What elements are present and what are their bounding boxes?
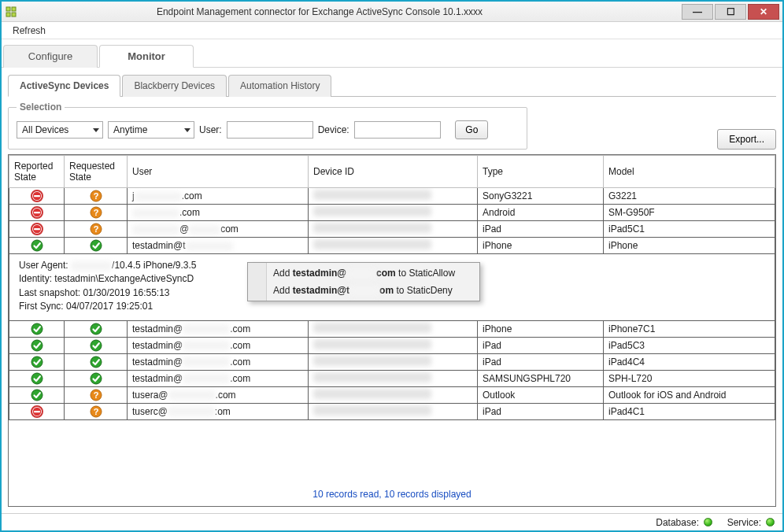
app-window: Endpoint Management connector for Exchan… (0, 0, 784, 532)
main-tabs: Configure Monitor (2, 39, 782, 68)
user-cell: testadmin@.com (128, 320, 309, 337)
requested-state-icon (65, 337, 128, 353)
device-id-cell (309, 188, 478, 205)
col-type[interactable]: Type (478, 156, 604, 188)
status-bar: Database: Service: (2, 513, 782, 530)
type-cell: Outlook (478, 386, 604, 403)
model-cell: SM-G950F (604, 205, 775, 221)
user-cell: testadmin@.com (128, 337, 309, 353)
reported-state-icon (9, 403, 65, 419)
table-row[interactable]: testadmin@.comiPhoneiPhone7C1 (9, 320, 775, 337)
user-input[interactable] (227, 121, 313, 139)
service-status-icon (766, 518, 775, 526)
reported-state-icon (9, 238, 65, 254)
close-button[interactable]: ✕ (748, 4, 779, 20)
table-row[interactable]: testadmin@.comiPadiPad5C3 (9, 337, 775, 353)
device-id-cell (309, 205, 478, 221)
svg-point-23 (31, 340, 43, 351)
type-cell: iPad (478, 337, 604, 353)
requested-state-icon: ? (65, 403, 128, 419)
model-cell: iPad4C4 (604, 353, 775, 370)
reported-state-icon (9, 205, 65, 221)
tab-blackberry-devices[interactable]: Blackberry Devices (122, 75, 227, 97)
requested-state-icon (65, 353, 128, 370)
col-reported-state[interactable]: Reported State (9, 156, 65, 188)
col-device-id[interactable]: Device ID (309, 156, 478, 188)
device-filter-combo[interactable]: All Devices (17, 121, 103, 139)
type-cell: iPhone (478, 320, 604, 337)
selection-group: Selection All Devices Anytime User: Devi… (8, 102, 527, 150)
device-id-cell (309, 403, 478, 419)
reported-state-icon (9, 337, 65, 353)
table-header-row: Reported State Requested State User Devi… (9, 156, 775, 188)
sub-tabs: ActiveSync Devices Blackberry Devices Au… (8, 74, 776, 97)
svg-text:?: ? (93, 208, 98, 217)
detail-user-agent-label: User Agent: (19, 260, 71, 271)
requested-state-icon (65, 370, 128, 386)
user-label: User: (199, 124, 222, 135)
device-filter-value: All Devices (22, 124, 68, 135)
svg-rect-6 (34, 195, 40, 197)
maximize-button[interactable]: ☐ (715, 4, 746, 20)
table-row[interactable]: testadmin@.comSAMSUNGSPHL720SPH-L720 (9, 370, 775, 386)
tab-monitor[interactable]: Monitor (99, 45, 194, 68)
requested-state-icon (65, 238, 128, 254)
model-cell: SPH-L720 (604, 370, 775, 386)
svg-text:?: ? (93, 390, 98, 400)
table-row[interactable]: testadmin@.comiPadiPad4C4 (9, 353, 775, 370)
type-cell: iPad (478, 403, 604, 419)
table-row[interactable]: ?tuserc@:omiPadiPad4C1 (9, 403, 775, 419)
context-add-staticallow[interactable]: Add testadmin@com to StaticAllow (250, 264, 478, 282)
type-cell: iPad (478, 353, 604, 370)
table-row[interactable]: ?.comAndroidSM-G950F (9, 205, 775, 221)
user-cell: .com (128, 205, 309, 221)
svg-point-29 (31, 390, 43, 401)
reported-state-icon (9, 320, 65, 337)
svg-point-26 (91, 357, 102, 368)
table-row[interactable]: ?@comiPadiPad5C1 (9, 221, 775, 238)
svg-text:?: ? (93, 407, 98, 416)
selection-legend: Selection (17, 102, 65, 113)
model-cell: Outlook for iOS and Android (604, 386, 775, 403)
requested-state-icon: ? (65, 386, 128, 403)
device-id-cell (309, 386, 478, 403)
device-label: Device: (318, 124, 349, 135)
context-menu: Add testadmin@com to StaticAllow Add tes… (247, 262, 480, 301)
svg-text:?: ? (93, 224, 98, 234)
export-button[interactable]: Export... (717, 129, 776, 150)
chevron-down-icon (93, 128, 99, 132)
title-bar: Endpoint Management connector for Exchan… (2, 2, 782, 22)
requested-state-icon: ? (65, 188, 128, 205)
reported-state-icon (9, 188, 65, 205)
svg-text:?: ? (93, 191, 98, 201)
svg-point-19 (31, 240, 43, 251)
svg-rect-11 (34, 212, 40, 213)
col-model[interactable]: Model (604, 156, 775, 188)
context-add-staticdeny[interactable]: Add testadmin@tom to StaticDeny (250, 282, 478, 299)
svg-point-20 (91, 240, 102, 251)
type-cell: iPhone (478, 238, 604, 254)
table-row[interactable]: ?j.comSonyG3221G3221 (9, 188, 775, 205)
model-cell: iPad5C3 (604, 337, 775, 353)
col-requested-state[interactable]: Requested State (65, 156, 128, 188)
time-filter-combo[interactable]: Anytime (108, 121, 194, 139)
tab-activesync-devices[interactable]: ActiveSync Devices (8, 75, 120, 97)
table-row[interactable]: ?tusera@.comOutlookOutlook for iOS and A… (9, 386, 775, 403)
device-id-cell (309, 221, 478, 238)
status-database-label: Database: (656, 517, 699, 528)
table-row[interactable]: testadmin@tiPhoneiPhone (9, 238, 775, 254)
svg-point-27 (31, 373, 43, 384)
go-button[interactable]: Go (455, 120, 488, 139)
device-input[interactable] (354, 121, 441, 139)
model-cell: iPad5C1 (604, 221, 775, 238)
status-service-label: Service: (727, 517, 761, 528)
tab-automation-history[interactable]: Automation History (228, 75, 331, 97)
model-cell: iPad4C1 (604, 403, 775, 419)
col-user[interactable]: User (128, 156, 309, 188)
requested-state-icon: ? (65, 205, 128, 221)
svg-point-21 (31, 323, 43, 334)
tab-configure[interactable]: Configure (3, 45, 98, 68)
minimize-button[interactable]: — (682, 4, 713, 20)
user-cell: testadmin@.com (128, 370, 309, 386)
menu-refresh[interactable]: Refresh (6, 24, 52, 38)
